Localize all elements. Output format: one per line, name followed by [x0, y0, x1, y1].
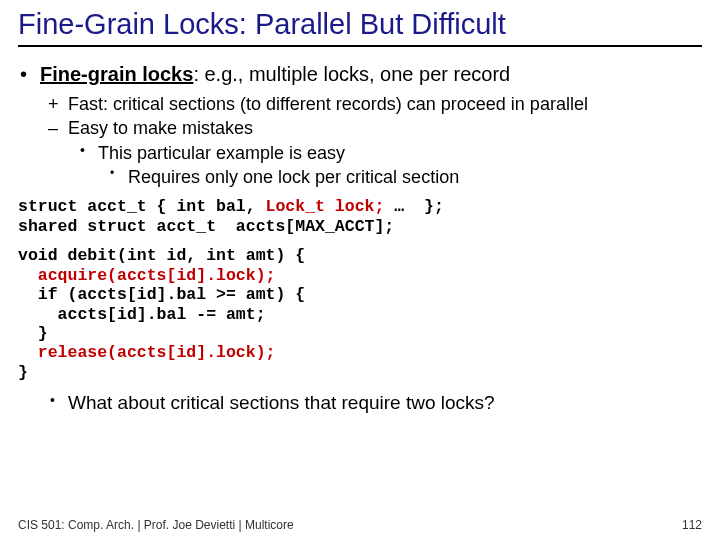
sub-minus-text: Easy to make mistakes	[68, 118, 253, 138]
code-line: void debit(int id, int amt) {	[18, 246, 305, 265]
bullet-main: Fine-grain locks: e.g., multiple locks, …	[40, 61, 702, 189]
sub-list-3: Requires only one lock per critical sect…	[98, 165, 702, 189]
code-text: shared struct acct_t accts[MAX_ACCT];	[18, 217, 394, 236]
sub-plus: Fast: critical sections (to different re…	[68, 92, 702, 116]
sub3-item: Requires only one lock per critical sect…	[128, 165, 702, 189]
bullet-main-term: Fine-grain locks	[40, 63, 193, 85]
bullet-main-rest: : e.g., multiple locks, one per record	[193, 63, 510, 85]
code-block-func: void debit(int id, int amt) { acquire(ac…	[18, 246, 702, 382]
bullet-list: Fine-grain locks: e.g., multiple locks, …	[18, 61, 702, 189]
slide: Fine-Grain Locks: Parallel But Difficult…	[0, 0, 720, 540]
code-text: struct acct_t { int bal,	[18, 197, 266, 216]
code-line: }	[18, 363, 28, 382]
sub-list-2: This particular example is easy Requires…	[68, 141, 702, 190]
footer-left: CIS 501: Comp. Arch. | Prof. Joe Deviett…	[18, 518, 294, 532]
footer-page-number: 112	[682, 518, 702, 532]
code-line: }	[18, 324, 48, 343]
sub-list-1: Fast: critical sections (to different re…	[40, 92, 702, 189]
code-line-red: release(accts[id].lock);	[18, 343, 275, 362]
code-block-struct: struct acct_t { int bal, Lock_t lock; … …	[18, 197, 702, 236]
footer: CIS 501: Comp. Arch. | Prof. Joe Deviett…	[18, 518, 702, 532]
code-text: … };	[384, 197, 443, 216]
sub2-item: This particular example is easy Requires…	[98, 141, 702, 190]
slide-title: Fine-Grain Locks: Parallel But Difficult	[18, 8, 702, 47]
code-line-red: acquire(accts[id].lock);	[18, 266, 275, 285]
sub2-text: This particular example is easy	[98, 143, 345, 163]
code-line: accts[id].bal -= amt;	[18, 305, 266, 324]
closing-list: What about critical sections that requir…	[18, 392, 702, 414]
closing-item: What about critical sections that requir…	[68, 392, 702, 414]
code-line: if (accts[id].bal >= amt) {	[18, 285, 305, 304]
sub-minus: Easy to make mistakes This particular ex…	[68, 116, 702, 189]
code-text-red: Lock_t lock;	[266, 197, 385, 216]
